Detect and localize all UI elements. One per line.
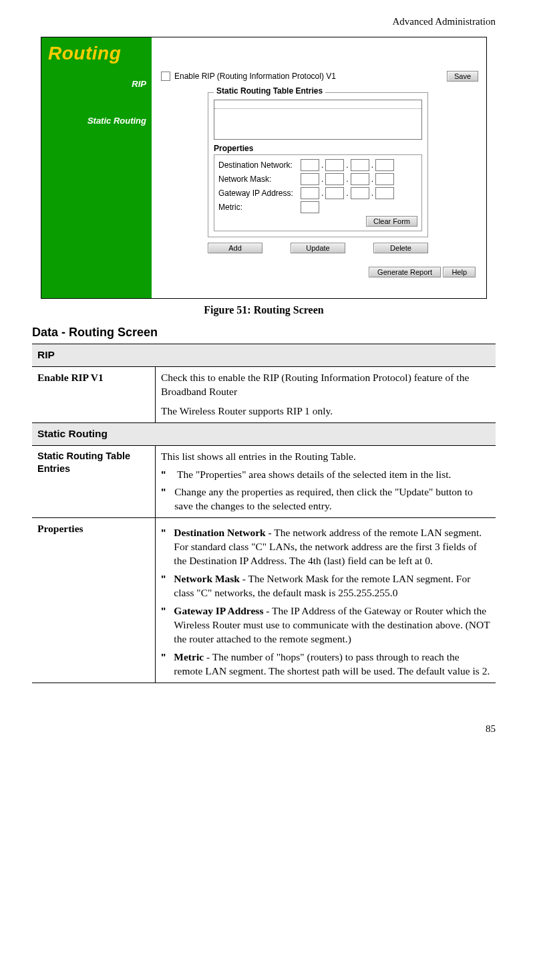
row-props-label: Properties — [32, 518, 156, 683]
enable-rip-checkbox[interactable] — [161, 72, 170, 81]
bullet-mark: " — [161, 650, 166, 679]
prop-dest: Destination Network - The network addres… — [174, 526, 490, 568]
gw-oct-2[interactable] — [325, 187, 344, 199]
prop-mask: Network Mask - The Network Mask for the … — [174, 572, 490, 600]
metric-input[interactable] — [301, 201, 319, 213]
main-area: Enable RIP (Routing Information Protocol… — [152, 37, 486, 298]
entries-b1: The "Properties" area shows details of t… — [177, 468, 451, 482]
cat-rip: RIP — [32, 344, 496, 367]
sidebar: Routing RIP Static Routing — [41, 37, 152, 298]
sidebar-rip-label: RIP — [48, 79, 146, 89]
gw-oct-3[interactable] — [351, 187, 369, 199]
dest-oct-3[interactable] — [351, 159, 369, 171]
bullet-mark: " — [161, 485, 166, 513]
netmask-label: Network Mask: — [218, 174, 299, 184]
help-button[interactable]: Help — [443, 267, 476, 277]
enable-rip-label: Enable RIP (Routing Information Protocol… — [174, 72, 336, 81]
mask-oct-4[interactable] — [375, 173, 394, 185]
page-number: 85 — [32, 723, 496, 735]
bullet-mark: " — [161, 526, 166, 568]
enable-rip-p2: The Wireless Router supports RIP 1 only. — [161, 404, 490, 418]
mask-oct-3[interactable] — [351, 173, 369, 185]
page-header-section: Advanced Administration — [32, 16, 496, 27]
dest-oct-1[interactable] — [301, 159, 319, 171]
update-button[interactable]: Update — [291, 243, 345, 253]
mask-oct-1[interactable] — [301, 173, 319, 185]
row-props-desc: "Destination Network - The network addre… — [156, 518, 496, 683]
prop-gw: Gateway IP Address - The IP Address of t… — [174, 604, 490, 646]
dest-oct-4[interactable] — [375, 159, 394, 171]
enable-rip-p1: Check this to enable the RIP (Routing In… — [161, 371, 490, 399]
delete-button[interactable]: Delete — [373, 243, 428, 253]
section-heading: Data - Routing Screen — [32, 326, 496, 340]
properties-box: Destination Network: . . . Network Mask:… — [214, 154, 422, 231]
generate-report-button[interactable]: Generate Report — [369, 267, 441, 277]
row-enable-rip-label: Enable RIP V1 — [32, 366, 156, 422]
sidebar-static-label: Static Routing — [48, 116, 146, 126]
entries-intro: This list shows all entries in the Routi… — [161, 450, 490, 464]
fieldset-legend: Static Routing Table Entries — [214, 86, 325, 96]
bullet-mark: " — [161, 604, 166, 646]
clear-form-button[interactable]: Clear Form — [366, 216, 417, 227]
row-entries-desc: This list shows all entries in the Routi… — [156, 445, 496, 518]
sidebar-title: Routing — [48, 43, 146, 64]
dest-network-label: Destination Network: — [218, 160, 299, 170]
properties-title: Properties — [214, 144, 422, 153]
bullet-mark: " — [161, 468, 169, 482]
dest-oct-2[interactable] — [325, 159, 344, 171]
row-entries-label: Static Routing Table Entries — [32, 445, 156, 518]
figure-caption: Figure 51: Routing Screen — [32, 304, 496, 316]
data-table: RIP Enable RIP V1 Check this to enable t… — [32, 344, 496, 683]
gateway-label: Gateway IP Address: — [218, 189, 299, 198]
prop-metric: Metric - The number of "hops" (routers) … — [174, 650, 490, 679]
bullet-mark: " — [161, 572, 166, 600]
row-enable-rip-desc: Check this to enable the RIP (Routing In… — [156, 366, 496, 422]
gw-oct-4[interactable] — [375, 187, 394, 199]
routing-screenshot: Routing RIP Static Routing Enable RIP (R… — [41, 37, 487, 299]
metric-label: Metric: — [218, 203, 299, 212]
entries-b2: Change any the properties as required, t… — [174, 485, 490, 513]
add-button[interactable]: Add — [208, 243, 262, 253]
routing-table-listbox[interactable] — [214, 100, 422, 140]
static-routing-fieldset: Static Routing Table Entries Properties … — [208, 92, 428, 237]
save-button[interactable]: Save — [447, 71, 478, 82]
mask-oct-2[interactable] — [325, 173, 344, 185]
gw-oct-1[interactable] — [301, 187, 319, 199]
cat-static: Static Routing — [32, 422, 496, 445]
